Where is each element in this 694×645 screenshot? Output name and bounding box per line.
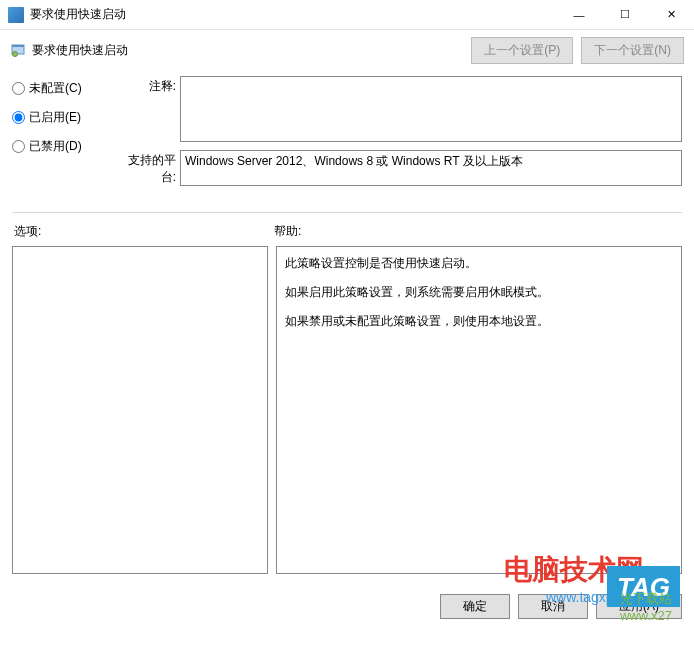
radio-enabled[interactable]: 已启用(E) [12, 109, 112, 126]
help-heading: 帮助: [272, 223, 301, 240]
options-heading: 选项: [12, 223, 272, 240]
ok-button[interactable]: 确定 [440, 594, 510, 619]
comment-label: 注释: [122, 76, 180, 142]
close-button[interactable]: ✕ [648, 0, 694, 29]
help-panel: 此策略设置控制是否使用快速启动。 如果启用此策略设置，则系统需要启用休眠模式。 … [276, 246, 682, 574]
platform-value: Windows Server 2012、Windows 8 或 Windows … [180, 150, 682, 186]
divider [12, 212, 682, 213]
prev-setting-button[interactable]: 上一个设置(P) [471, 37, 573, 64]
maximize-button[interactable]: ☐ [602, 0, 648, 29]
options-panel [12, 246, 268, 574]
svg-rect-1 [12, 45, 24, 47]
config-radio-group: 未配置(C) 已启用(E) 已禁用(D) [12, 76, 112, 194]
radio-not-configured[interactable]: 未配置(C) [12, 80, 112, 97]
app-icon [8, 7, 24, 23]
help-text-1: 此策略设置控制是否使用快速启动。 [285, 255, 673, 272]
radio-enabled-label: 已启用(E) [29, 109, 81, 126]
apply-button[interactable]: 应用(A) [596, 594, 682, 619]
comment-textarea[interactable] [180, 76, 682, 142]
next-setting-button[interactable]: 下一个设置(N) [581, 37, 684, 64]
radio-disabled[interactable]: 已禁用(D) [12, 138, 112, 155]
platform-label: 支持的平台: [122, 150, 180, 186]
help-text-2: 如果启用此策略设置，则系统需要启用休眠模式。 [285, 284, 673, 301]
page-title: 要求使用快速启动 [32, 42, 463, 59]
radio-not-configured-label: 未配置(C) [29, 80, 82, 97]
svg-point-2 [13, 52, 18, 57]
minimize-button[interactable]: — [556, 0, 602, 29]
help-text-3: 如果禁用或未配置此策略设置，则使用本地设置。 [285, 313, 673, 330]
policy-icon [10, 42, 26, 58]
window-title: 要求使用快速启动 [30, 6, 556, 23]
cancel-button[interactable]: 取消 [518, 594, 588, 619]
radio-disabled-label: 已禁用(D) [29, 138, 82, 155]
